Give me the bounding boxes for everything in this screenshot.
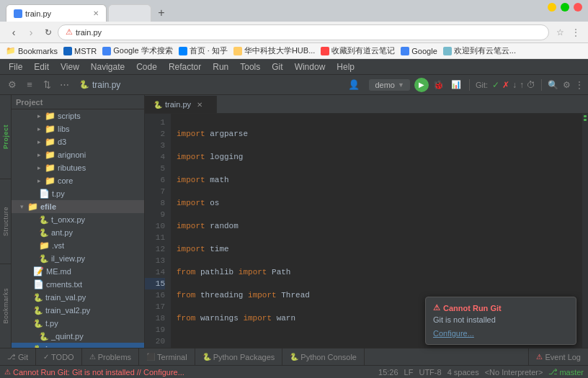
bottom-tab-event-log[interactable]: ⚠ Event Log [528,348,588,365]
file-tree-panel: Project ▸ 📁 scripts ▸ 📁 libs [12,95,145,348]
bottom-tab-git[interactable]: ⎇ Git [0,348,36,365]
py-icon: 🐍 [33,306,43,315]
tree-item[interactable]: ▸ 📁 libs [12,122,144,135]
bm-cloud[interactable]: 欢迎到有云笔云... [443,45,516,56]
menu-refactor[interactable]: Refactor [163,60,207,73]
tree-item[interactable]: 📁 .vst [12,239,144,252]
menu-window[interactable]: Window [289,60,331,73]
new-tab-button[interactable]: + [153,4,170,22]
tree-item[interactable]: ▸ 📁 arignoni [12,148,144,161]
bm-google[interactable]: Google [401,47,437,55]
tree-item[interactable]: 📄 t.py [12,187,144,200]
bottom-tab-todo[interactable]: ✓ TODO [36,348,82,365]
menu-run[interactable]: Run [207,60,234,73]
tree-item[interactable]: 🐍 train_val2.py [12,304,144,317]
tree-item[interactable]: 🐍 t_onxx.py [12,213,144,226]
tab-bar: train.py ✕ + [0,0,588,22]
tab-close-icon[interactable]: ✕ [93,9,99,17]
star-icon[interactable]: ☆ [553,26,566,39]
tab-close-icon[interactable]: ✕ [197,101,202,109]
tree-item-label: train_val2.py [45,306,90,315]
bm-hub[interactable]: 华中科技大学HUB... [233,45,315,56]
run-config-dropdown[interactable]: demo ▼ [369,79,409,91]
bm-zhihu[interactable]: 首页 · 知乎 [179,45,228,56]
menu-git[interactable]: Git [266,60,288,73]
bookmarks-folder[interactable]: 📁 Bookmarks [6,46,58,55]
editor-filename-text: train.py [92,80,120,90]
menu-file[interactable]: File [3,60,28,73]
status-position: 15:26 [378,368,398,377]
close-window-button[interactable] [574,3,582,12]
menu-view[interactable]: View [55,60,85,73]
vcs-push[interactable]: ↑ [520,80,524,90]
minimize-button[interactable] [548,3,556,12]
toolbar-more[interactable]: ⋯ [56,77,72,93]
py-icon: 🐍 [39,215,49,225]
search-button[interactable]: 🔍 [548,80,558,90]
file-icon: 📄 [39,189,50,199]
bm-google-scholar[interactable]: Google 学术搜索 [102,45,173,56]
menu-code[interactable]: Code [130,60,163,73]
menu-help[interactable]: Help [331,60,360,73]
bottom-tab-terminal[interactable]: ⬛ Terminal [139,348,195,365]
bottom-tab-python-packages[interactable]: 🐍 Python Packages [195,348,283,365]
tree-item[interactable]: 🐍 train_val.py [12,291,144,304]
bookmarks-label: Bookmarks [18,47,58,55]
maximize-button[interactable] [561,3,569,12]
configure-link[interactable]: Configure... [433,329,474,338]
tree-item[interactable]: ▸ 📁 ributues [12,161,144,174]
vcs-x[interactable]: ✗ [502,80,509,90]
refresh-button[interactable]: ↻ [40,24,56,40]
tree-item-label: ant.py [51,228,73,237]
tree-item[interactable]: ▸ 📁 core [12,174,144,187]
toolbar-list[interactable]: ≡ [22,77,37,93]
menu-edit[interactable]: Edit [28,60,55,73]
bm-mstr[interactable]: MSTR [63,47,97,55]
settings-gear[interactable]: ⚙ [563,80,571,90]
left-vertical-tabs: Project Structure Bookmarks [0,95,12,348]
tab-project[interactable]: Project [0,95,11,179]
menu-tools[interactable]: Tools [234,60,266,73]
py-icon: 🐍 [33,293,43,302]
back-button[interactable]: ‹ [6,24,22,40]
bm-youdao[interactable]: 收藏到有道云笔记 [321,45,395,56]
nav-bar: ‹ › ↻ ⚠ train.py ☆ ⋮ [0,22,588,43]
tree-item[interactable]: 🐍 t.py [12,317,144,330]
tree-item[interactable]: ▸ 📁 scripts [12,109,144,122]
editor-tab-active[interactable]: 🐍 train.py ✕ [145,96,217,113]
address-bar[interactable]: ⚠ train.py [58,24,549,40]
debug-button[interactable]: 🐞 [432,78,446,92]
tree-item[interactable]: ▾ 📁 efile [12,200,144,213]
tree-item-label: scripts [58,112,81,120]
tree-item[interactable]: 📄 cments.txt [12,278,144,291]
bottom-tab-problems[interactable]: ⚠ Problems [82,348,139,365]
vcs-history[interactable]: ⏱ [527,80,535,90]
terminal-tab-label: Terminal [157,353,187,361]
tab-bookmarks[interactable]: Bookmarks [0,264,11,348]
tree-item[interactable]: 🐍 _quint.py [12,330,144,343]
ide-more[interactable]: ⋮ [575,80,584,90]
todo-tab-label: TODO [51,353,74,361]
profile-button[interactable]: 📊 [449,78,463,92]
tree-item[interactable]: ▸ 📁 d3 [12,135,144,148]
toolbar-settings[interactable]: ⚙ [4,77,20,93]
tree-item[interactable]: 🐍 il_view.py [12,252,144,265]
tab-structure[interactable]: Structure [0,179,11,264]
tree-item[interactable]: 📝 ME.md [12,265,144,278]
error-icon: ⚠ [4,368,11,376]
forward-button[interactable]: › [23,24,39,40]
vcs-checkmark[interactable]: ✓ [492,80,499,90]
chevron-right-icon: ▸ [37,112,45,120]
tree-item[interactable]: 🐍 ant.py [12,226,144,239]
user-icon[interactable]: 👤 [346,77,362,93]
browser-tab-active[interactable]: train.py ✕ [6,4,107,22]
run-button[interactable]: ▶ [414,78,429,92]
tree-item-label: t_onxx.py [51,215,85,224]
tree-item-selected[interactable]: 🐍 in.py [12,343,144,348]
toolbar-sort[interactable]: ⇅ [39,77,55,93]
menu-icon[interactable]: ⋮ [569,26,582,39]
vcs-update[interactable]: ↓ [512,80,517,90]
browser-tab-inactive[interactable] [108,4,151,22]
menu-navigate[interactable]: Navigate [85,60,130,73]
bottom-tab-python-console[interactable]: 🐍 Python Console [282,348,365,365]
